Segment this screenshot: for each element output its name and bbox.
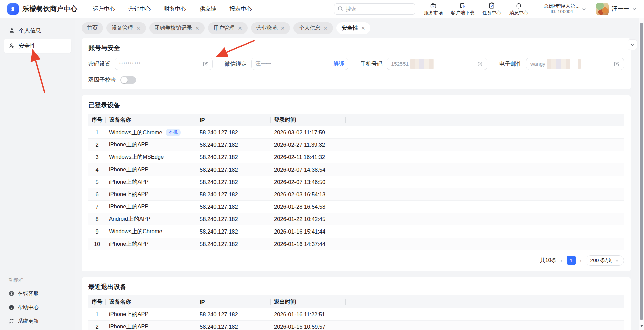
row-device: iPhone上的APP	[106, 323, 196, 330]
row-ip: 58.240.127.182	[196, 154, 271, 160]
table-row[interactable]: 5 iPhone上的APP 58.240.127.182 2026-02-07 …	[88, 176, 624, 188]
row-device: Android上的APP	[106, 215, 196, 223]
help-center-button[interactable]: ? 帮助中心	[9, 304, 67, 311]
table-row[interactable]: 1 iPhone上的APP 58.240.127.182 2026-01-16 …	[88, 308, 624, 321]
system-update-button[interactable]: 系统更新	[9, 318, 67, 325]
scroll-down-button[interactable]	[639, 323, 644, 329]
close-icon[interactable]: ✕	[136, 26, 141, 31]
table-row[interactable]: 1 Windows上的Chrome本机 58.240.127.182 2026-…	[88, 126, 624, 139]
table-row[interactable]: 9 Windows上的Chrome 58.240.127.182 2026-01…	[88, 225, 624, 238]
email-group: 电子邮件 wangy	[499, 58, 624, 70]
table-row[interactable]: 6 iPhone上的APP 58.240.127.182 2026-02-03 …	[88, 188, 624, 201]
tabs-overflow-button[interactable]	[628, 40, 637, 50]
tab-coupon-records[interactable]: 团购券核销记录✕	[149, 22, 205, 34]
search-input[interactable]	[346, 6, 412, 12]
table-row[interactable]: 8 Android上的APP 58.240.127.182 2026-01-22…	[88, 213, 624, 225]
phone-value: 152551	[391, 61, 409, 67]
tab-device-management[interactable]: 设备管理✕	[106, 22, 146, 34]
table-row[interactable]: 2 iPhone上的APP 58.240.127.182 2026-02-27 …	[88, 139, 624, 151]
edit-icon[interactable]	[613, 61, 620, 67]
online-support-button[interactable]: 在线客服	[9, 290, 67, 297]
row-ip: 58.240.127.182	[196, 311, 271, 318]
quick-actions: 服务市场 客户端下载 任务中心 消息中心	[424, 2, 528, 16]
sidebar-item-label: 个人信息	[19, 27, 41, 35]
tab-label: 首页	[87, 25, 98, 32]
table-row[interactable]: 7 iPhone上的APP 58.240.127.182 2026-01-28 …	[88, 201, 624, 213]
refresh-icon	[9, 318, 14, 324]
table-row[interactable]: 10 iPhone上的APP 58.240.127.182 2026-01-16…	[88, 238, 624, 250]
email-field[interactable]: wangy	[526, 58, 624, 70]
table-row[interactable]: 4 iPhone上的APP 58.240.127.182 2026-02-07 …	[88, 163, 624, 176]
message-center-button[interactable]: 消息中心	[509, 2, 528, 16]
scrollbar-thumb[interactable]	[640, 23, 643, 320]
sidebar-item-security[interactable]: 安全性	[4, 39, 71, 53]
section-title: 已登录设备	[88, 101, 624, 110]
unbind-link[interactable]: 解绑	[333, 60, 344, 67]
col-header-ip: IP	[196, 117, 271, 123]
system-update-label: 系统更新	[18, 318, 39, 325]
nav-report-center[interactable]: 报表中心	[230, 5, 252, 13]
tab-home[interactable]: 首页	[82, 22, 103, 34]
edit-icon[interactable]	[202, 61, 208, 67]
page-number-button[interactable]: 1	[567, 256, 576, 265]
tab-label: 团购券核销记录	[155, 25, 192, 32]
row-time: 2026-02-11 16:41:32	[271, 154, 346, 160]
headset-icon	[9, 291, 14, 296]
table-row[interactable]: 3 Windows上的MSEdge 58.240.127.182 2026-02…	[88, 151, 624, 163]
service-market-label: 服务市场	[424, 10, 443, 16]
tab-user-management[interactable]: 用户管理✕	[208, 22, 248, 34]
page-size-select[interactable]: 200 条/页	[586, 255, 624, 266]
nav-marketing-center[interactable]: 营销中心	[128, 5, 151, 13]
close-icon[interactable]: ✕	[361, 26, 365, 31]
wechat-label: 微信绑定	[225, 60, 247, 68]
bell-icon	[515, 2, 522, 9]
row-time: 2026-01-28 16:54:58	[271, 204, 346, 210]
row-time: 2026-02-07 13:46:50	[271, 179, 346, 185]
search-box[interactable]	[334, 3, 415, 15]
row-index: 10	[88, 241, 106, 247]
tab-security[interactable]: 安全性✕	[336, 22, 371, 34]
nav-supply-chain[interactable]: 供应链	[200, 5, 216, 13]
task-center-label: 任务中心	[482, 10, 501, 16]
row-ip: 58.240.127.182	[196, 179, 271, 185]
row-time: 2026-03-02 11:17:59	[271, 129, 346, 136]
person-icon	[9, 27, 15, 34]
row-ip: 58.240.127.182	[196, 204, 271, 210]
app-logo-icon	[7, 3, 19, 15]
close-icon[interactable]: ✕	[281, 26, 285, 31]
briefcase-icon	[430, 2, 437, 9]
nav-operation-center[interactable]: 运营中心	[93, 5, 115, 13]
row-ip: 58.240.127.182	[196, 216, 271, 222]
two-factor-toggle[interactable]	[120, 76, 136, 84]
row-time: 2026-01-16 15:41:44	[271, 228, 346, 235]
pagination-total: 共10条	[540, 257, 557, 264]
task-center-button[interactable]: 任务中心	[482, 2, 501, 16]
org-switcher[interactable]: 总部/年轻人第... ID: 100004	[544, 3, 586, 15]
page-size-value: 200 条/页	[590, 257, 612, 264]
nav-finance-center[interactable]: 财务中心	[164, 5, 186, 13]
tab-label: 设备管理	[112, 25, 133, 32]
table-row[interactable]: 2 iPhone上的APP 58.240.127.182 2026-01-15 …	[88, 321, 624, 330]
tab-label: 营业概览	[256, 25, 278, 32]
next-page-icon[interactable]: ›	[580, 258, 582, 263]
tab-label: 安全性	[342, 25, 358, 32]
password-value: **********	[119, 61, 141, 67]
close-icon[interactable]: ✕	[195, 26, 200, 31]
client-download-button[interactable]: 客户端下载	[451, 2, 474, 16]
sidebar-footer-title: 功能栏	[9, 277, 67, 283]
chevron-down-icon	[582, 7, 586, 11]
phone-field[interactable]: 152551	[387, 58, 487, 70]
logged-in-devices-table: 序号 设备名称 IP 登录时间 1 Windows上的Chrome本机 58.2…	[88, 114, 624, 250]
vertical-scrollbar[interactable]	[639, 18, 644, 330]
prev-page-icon[interactable]: ‹	[561, 258, 562, 263]
sidebar-item-profile[interactable]: 个人信息	[4, 23, 71, 38]
tab-business-overview[interactable]: 营业概览✕	[251, 22, 290, 34]
password-field[interactable]: **********	[115, 58, 213, 70]
close-icon[interactable]: ✕	[238, 26, 242, 31]
user-menu[interactable]: 汪一一	[596, 3, 637, 15]
close-icon[interactable]: ✕	[323, 26, 328, 31]
row-index: 8	[88, 216, 106, 222]
edit-icon[interactable]	[477, 61, 483, 67]
tab-profile[interactable]: 个人信息✕	[293, 22, 333, 34]
service-market-button[interactable]: 服务市场	[424, 2, 443, 16]
